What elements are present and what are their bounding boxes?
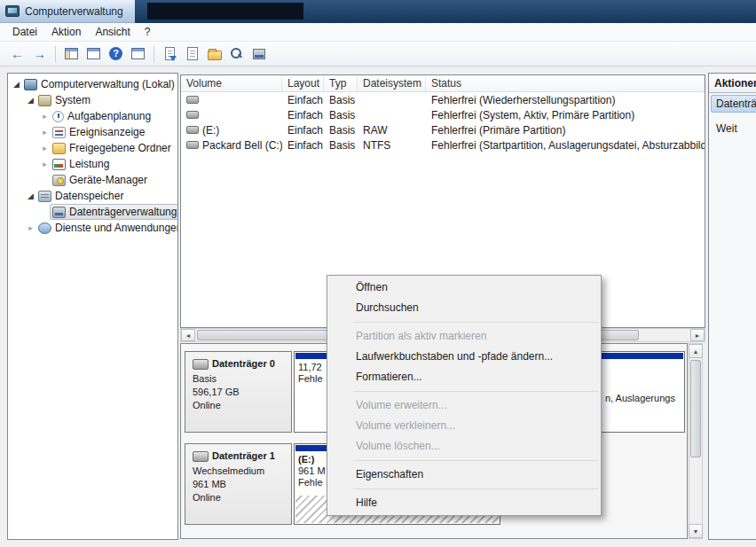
search-button[interactable] xyxy=(226,43,247,64)
scrollbar-thumb[interactable] xyxy=(690,360,701,457)
menu-item-oeffnen[interactable]: Öffnen xyxy=(327,277,601,298)
list-header: Volume Layout Typ Dateisystem Status xyxy=(181,75,705,92)
collapse-arrow-icon[interactable] xyxy=(26,92,35,108)
toolbar-separator xyxy=(55,46,56,62)
tree-item-system[interactable]: System xyxy=(8,92,177,108)
menu-item-eigenschaften[interactable]: Eigenschaften xyxy=(327,465,601,485)
cell-typ: Basis xyxy=(324,109,358,121)
menu-aktion[interactable]: Aktion xyxy=(44,24,88,40)
cell-layout: Einfach xyxy=(282,94,324,106)
expand-arrow-icon[interactable] xyxy=(40,140,50,156)
menu-item-hilfe[interactable]: Hilfe xyxy=(327,493,601,513)
cell-typ: Basis xyxy=(324,139,358,152)
expand-arrow-icon[interactable] xyxy=(26,220,35,236)
action-item-weitere-aktionen[interactable]: Weit xyxy=(711,120,756,137)
menu-ansicht[interactable]: Ansicht xyxy=(88,24,137,40)
disk-settings-button[interactable] xyxy=(248,43,269,64)
partition-status-label: n, Auslagerungs xyxy=(605,393,675,403)
menu-hilfe[interactable]: ? xyxy=(138,24,158,40)
menu-separator xyxy=(354,460,598,461)
menu-item-durchsuchen[interactable]: Durchsuchen xyxy=(327,298,601,318)
table-row[interactable]: Einfach Basis Fehlerfrei (System, Aktiv,… xyxy=(181,107,705,122)
forward-button[interactable]: → xyxy=(29,43,50,64)
title-bar-caption[interactable]: Computerverwaltung xyxy=(0,0,135,23)
cell-typ: Basis xyxy=(324,124,358,137)
collapse-arrow-icon[interactable] xyxy=(26,188,35,204)
export-list-button[interactable] xyxy=(160,43,180,64)
disk-name: Datenträger 1 xyxy=(212,449,275,463)
tree-item-freigegebene-ordner[interactable]: Freigegebene Ordner xyxy=(8,140,177,156)
table-row[interactable]: Einfach Basis Fehlerfrei (Wiederherstell… xyxy=(181,92,705,107)
tree-item-computerverwaltung[interactable]: Computerverwaltung (Lokal) xyxy=(8,76,177,92)
expand-arrow-icon[interactable] xyxy=(40,108,50,124)
tree-item-label: Dienste und Anwendungen xyxy=(55,222,178,234)
tree-item-dienste-und-anwendungen[interactable]: Dienste und Anwendungen xyxy=(8,220,177,236)
tree-item-label: Datenspeicher xyxy=(55,190,123,202)
system-tools-icon xyxy=(38,95,51,106)
forward-arrow-icon: → xyxy=(33,47,46,60)
open-folder-button[interactable] xyxy=(204,43,224,64)
toolbar-separator xyxy=(154,46,154,62)
computer-management-icon xyxy=(24,79,37,90)
new-window-icon xyxy=(131,48,145,59)
scroll-down-button[interactable]: ▼ xyxy=(689,524,703,538)
partition-status-label: Fehle xyxy=(298,373,329,385)
background-window xyxy=(147,3,303,20)
menu-item-partition-als-aktiv-markieren: Partition als aktiv markieren xyxy=(327,326,601,347)
column-header-dateisystem[interactable]: Dateisystem xyxy=(358,75,426,91)
help-button[interactable] xyxy=(106,43,126,64)
table-row[interactable]: Packard Bell (C:) Einfach Basis NTFS Feh… xyxy=(181,137,705,152)
window-title: Computerverwaltung xyxy=(25,5,123,18)
help-icon xyxy=(109,47,122,60)
column-header-typ[interactable]: Typ xyxy=(324,75,358,91)
cell-dateisystem: RAW xyxy=(358,124,426,137)
performance-icon xyxy=(52,159,66,170)
partition-size-label: 11,72 xyxy=(298,362,329,373)
search-icon xyxy=(230,47,243,60)
tree-item-aufgabenplanung[interactable]: Aufgabenplanung xyxy=(8,108,177,124)
collapse-arrow-icon[interactable] xyxy=(12,76,21,92)
tree-item-label: Computerverwaltung (Lokal) xyxy=(41,78,175,90)
new-window-button[interactable] xyxy=(128,43,148,64)
tree-item-geraete-manager[interactable]: Geräte-Manager xyxy=(8,172,177,188)
disk-label-box[interactable]: Datenträger 0 Basis 596,17 GB Online xyxy=(185,351,292,433)
console-window-icon xyxy=(87,48,100,59)
vertical-scrollbar[interactable]: ▲ ▼ xyxy=(689,343,703,539)
menu-separator xyxy=(354,488,598,489)
scroll-up-button[interactable]: ▲ xyxy=(689,344,703,358)
storage-icon xyxy=(38,191,51,202)
show-console-tree-button[interactable] xyxy=(61,43,82,64)
table-row[interactable]: (E:) Einfach Basis RAW Fehlerfrei (Primä… xyxy=(181,122,705,137)
computer-management-icon xyxy=(5,5,20,17)
tree-item-ereignisanzeige[interactable]: Ereignisanzeige xyxy=(8,124,177,140)
back-button[interactable]: ← xyxy=(7,43,28,64)
toolbar: ← → xyxy=(0,42,756,66)
tree-item-leistung[interactable]: Leistung xyxy=(8,156,177,172)
menu-separator xyxy=(354,391,598,392)
tree-item-label: Freigegebene Ordner xyxy=(69,142,171,154)
column-header-status[interactable]: Status xyxy=(426,75,705,91)
scroll-left-button[interactable]: ◄ xyxy=(181,329,195,341)
expand-arrow-icon[interactable] xyxy=(40,156,50,172)
menu-item-laufwerkbuchstaben-aendern[interactable]: Laufwerkbuchstaben und -pfade ändern... xyxy=(327,347,601,367)
column-header-volume[interactable]: Volume xyxy=(181,75,282,91)
menu-datei[interactable]: Datei xyxy=(5,24,44,40)
volume-icon xyxy=(186,111,199,119)
menu-item-formatieren[interactable]: Formatieren... xyxy=(327,367,601,387)
disk-label-box[interactable]: Datenträger 1 Wechselmedium 961 MB Onlin… xyxy=(185,443,292,525)
device-manager-icon xyxy=(52,175,66,186)
disk-status: Online xyxy=(193,491,291,504)
cell-volume: Packard Bell (C:) xyxy=(202,139,282,152)
disk-icon xyxy=(193,359,209,370)
scroll-right-button[interactable]: ► xyxy=(690,329,705,341)
column-header-layout[interactable]: Layout xyxy=(282,75,324,91)
export-list-icon xyxy=(165,47,175,60)
expand-arrow-icon[interactable] xyxy=(40,124,50,140)
title-bar: Computerverwaltung xyxy=(0,0,756,23)
properties-button[interactable] xyxy=(182,43,202,64)
tree-item-datentraegerverwaltung[interactable]: Datenträgerverwaltung xyxy=(8,204,177,220)
menu-separator xyxy=(354,322,598,323)
tree-item-datenspeicher[interactable]: Datenspeicher xyxy=(8,188,177,204)
action-item-datentraegerverwaltung[interactable]: Datenträg xyxy=(711,95,756,113)
console-window-button[interactable] xyxy=(83,43,104,64)
